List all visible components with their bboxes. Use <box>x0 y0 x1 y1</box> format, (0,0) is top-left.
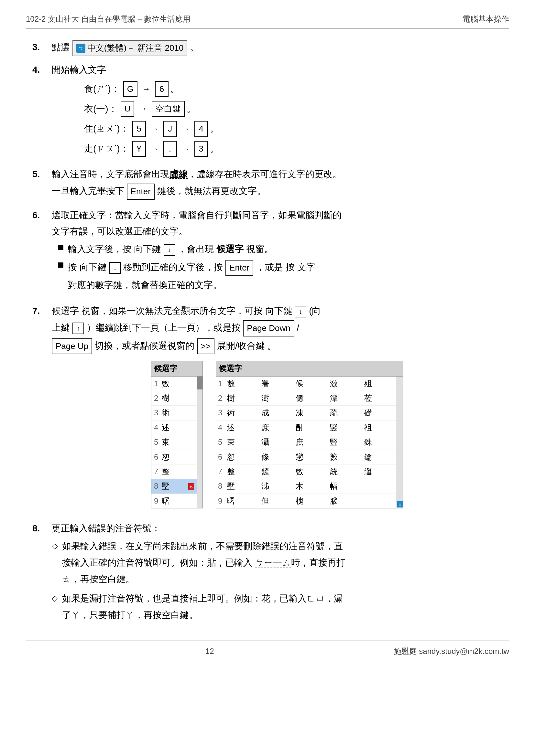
d1-line3: ㄊ，再按空白鍵。 <box>62 572 503 587</box>
cw-row-6: 6恕 <box>152 450 197 465</box>
step-6-line1: 選取正確文字：當輸入文字時，電腦會自行判斷同音字，如果電腦判斷的 <box>52 208 503 223</box>
step-4-text: 開始輸入文字 <box>52 65 106 75</box>
step-5-line1: 輸入注音時，文字底部會出現虛線，虛線存在時表示可進行文字的更改。 <box>52 167 503 182</box>
s7-t4: ）繼續跳到下一頁（上一頁），或是按 <box>87 323 243 333</box>
step-7-line3: Page Up 切換，或者點候選視窗的 >> 展開/收合鍵 。 <box>52 338 503 355</box>
cw-row-4: 4述 <box>152 420 197 435</box>
example-zou-label: 走(ㄗㄡˊ)： <box>84 142 129 156</box>
cw-row-9: 9曙 <box>152 494 197 508</box>
d1-zhuyin: ㄅㄧ一ㄙ <box>255 557 291 568</box>
example-shi-label: 食(ㄕˊ)： <box>84 82 120 96</box>
s7-t3: 上鍵 <box>52 323 72 333</box>
key-pagedown: Page Down <box>243 320 294 337</box>
diamond-2-content: 如果是漏打注音符號，也是直接補上即可。例如：花，已輸入ㄈㄩ，漏 了ㄚ，只要補打ㄚ… <box>62 591 503 624</box>
step-6-line2: 文字有誤，可以改選正確的文字。 <box>52 224 503 239</box>
arrow-4: → <box>182 122 190 136</box>
period-1: 。 <box>170 82 180 96</box>
key-space: 空白鍵 <box>152 101 185 117</box>
wr-6: 6恕條戀籔鑰 <box>216 450 397 465</box>
bullet-icon-1 <box>58 245 63 250</box>
step-6: 6. 選取正確文字：當輸入文字時，電腦會自行判斷同音字，如果電腦判斷的 文字有誤… <box>32 208 503 298</box>
cw-right-list: 1數署候激殂 2樹澍傯潭莅 3術成凍疏礎 4述庶酎竪祖 5束灄庶豎銖 6恕條戀籔… <box>216 377 397 508</box>
example-yi-keys: U → 空白鍵 。 <box>121 101 196 117</box>
example-yi: 衣(一)： U → 空白鍵 。 <box>84 101 503 117</box>
diamond-icon-1: ◇ <box>52 540 58 552</box>
arrow-2: → <box>139 102 147 116</box>
key-g: G <box>123 81 137 97</box>
cw-right-header: 候選字 <box>216 361 403 376</box>
prev-btn-right[interactable]: « <box>397 501 403 507</box>
step-5-content: 輸入注音時，文字底部會出現虛線，虛線存在時表示可進行文字的更改。 一旦輸入完畢按… <box>52 167 503 202</box>
candidate-section: 候選字 1數 2樹 3術 4述 5束 6恕 7整 8墅» 9曙 <box>52 361 503 508</box>
arrow-6: → <box>182 142 190 156</box>
page-header: 102-2 文山社大 自由自在學電腦 – 數位生活應用 電腦基本操作 <box>26 13 509 28</box>
example-shi-keys: G → 6 。 <box>123 81 180 97</box>
bullet-icon-2 <box>58 262 63 268</box>
step-3-text-pre: 點選 <box>52 43 72 53</box>
key-6: 6 <box>155 81 169 97</box>
example-zhu: 住(ㄓㄨˋ)： 5 → J → 4 。 <box>84 121 503 137</box>
key-enter-5: Enter <box>127 184 155 200</box>
cw-row-7: 7整 <box>152 465 197 479</box>
key-dot: . <box>163 141 177 157</box>
step-7: 7. 候選字 視窗，如果一次無法完全顯示所有文字，可按 向下鍵 ↓ (向 上鍵 … <box>32 304 503 515</box>
page-number: 12 <box>26 645 394 658</box>
candidate-window-right: 候選字 1數署候激殂 2樹澍傯潭莅 3術成凍疏礎 4述庶酎竪祖 5束灄庶豎銖 6… <box>216 361 403 508</box>
key-enter-6: Enter <box>225 260 253 276</box>
step-8-text: 更正輸入錯誤的注音符號： <box>52 521 503 536</box>
example-zhu-label: 住(ㄓㄨˋ)： <box>84 122 129 136</box>
s7-t2: (向 <box>309 306 321 316</box>
period-2: 。 <box>187 102 196 116</box>
example-shi: 食(ㄕˊ)： G → 6 。 <box>84 81 503 97</box>
diamond-1-content: 如果輸入錯誤，在文字尚未跳出來前，不需要刪除錯誤的注音符號，直 接輸入正確的注音… <box>62 539 503 588</box>
d2-line2: 了ㄚ，只要補打ㄚ，再按空白鍵。 <box>62 608 503 623</box>
example-yi-label: 衣(一)： <box>84 102 117 116</box>
ime-selector[interactable]: ㄅ 中文(繁體)－ 新注音 2010 <box>72 40 187 56</box>
ime-icon: ㄅ <box>76 44 85 53</box>
key-4: 4 <box>194 121 208 137</box>
cw-left-list: 1數 2樹 3術 4述 5束 6恕 7整 8墅» 9曙 <box>152 377 197 508</box>
key-3: 3 <box>194 141 208 157</box>
step-5-text4: 鍵後，就無法再更改文字。 <box>157 186 266 196</box>
step-6-content: 選取正確文字：當輸入文字時，電腦會自行判斷同音字，如果電腦判斷的 文字有誤，可以… <box>52 208 503 298</box>
cw-row-3: 3術 <box>152 406 197 420</box>
s7-t1: 候選字 視窗，如果一次無法完全顯示所有文字，可按 向下鍵 <box>52 306 295 316</box>
d1-line1: 如果輸入錯誤，在文字尚未跳出來前，不需要刪除錯誤的注音符號，直 <box>62 539 503 554</box>
key-5: 5 <box>132 121 146 137</box>
bullet-6-1: 輸入文字後，按 向下鍵 ↓ ，會出現 候選字 視窗。 <box>52 242 503 256</box>
footer-right: 施慰庭 sandy.study@m2k.com.tw <box>394 645 509 658</box>
step-3-number: 3. <box>32 40 52 55</box>
example-zou: 走(ㄗㄡˊ)： Y → . → 3 。 <box>84 141 503 157</box>
wr-8: 8墅泲木幅 <box>216 479 397 494</box>
d1-line2: 接輸入正確的注音符號即可。例如：貼，已輸入 ㄅㄧ一ㄙ時，直接再打 <box>62 555 503 570</box>
diamond-2: ◇ 如果是漏打注音符號，也是直接補上即可。例如：花，已輸入ㄈㄩ，漏 了ㄚ，只要補… <box>52 591 503 624</box>
step-3-content: 點選 ㄅ 中文(繁體)－ 新注音 2010 。 <box>52 40 503 56</box>
cw-left-scrollbar[interactable] <box>197 377 203 508</box>
input-examples: 食(ㄕˊ)： G → 6 。 衣(一)： U → 空白鍵 。 <box>52 81 503 157</box>
step-8-content: 更正輸入錯誤的注音符號： ◇ 如果輸入錯誤，在文字尚未跳出來前，不需要刪除錯誤的… <box>52 521 503 628</box>
step-7-line1: 候選字 視窗，如果一次無法完全顯示所有文字，可按 向下鍵 ↓ (向 <box>52 304 503 318</box>
wr-5: 5束灄庶豎銖 <box>216 435 397 449</box>
wr-2: 2樹澍傯潭莅 <box>216 391 397 406</box>
wr-4: 4述庶酎竪祖 <box>216 420 397 435</box>
step-5: 5. 輸入注音時，文字底部會出現虛線，虛線存在時表示可進行文字的更改。 一旦輸入… <box>32 167 503 202</box>
step-5-text1: 輸入注音時，文字底部會出現 <box>52 169 169 179</box>
b2-text1: 按 向下鍵 <box>68 262 109 272</box>
bullet-6-2-content: 按 向下鍵 ↓ 移動到正確的文字後，按 Enter ，或是 按 文字 對應的數字… <box>68 260 503 294</box>
key-j: J <box>163 121 177 137</box>
step-5-number: 5. <box>32 167 52 182</box>
step-3: 3. 點選 ㄅ 中文(繁體)－ 新注音 2010 。 <box>32 40 503 56</box>
arrow-1: → <box>142 82 151 96</box>
step-8-number: 8. <box>32 521 52 536</box>
cw-row-8: 8墅» <box>152 479 197 494</box>
cw-right-scrollbar[interactable]: « <box>397 377 403 508</box>
key-expand: >> <box>197 338 214 355</box>
s7-t7: 展開/收合鍵 。 <box>217 341 276 351</box>
key-y: Y <box>132 141 146 157</box>
d1-text3: 時，直接再打 <box>291 557 346 568</box>
b2-down-key: ↓ <box>109 262 121 274</box>
b1-text3: 視窗。 <box>243 244 273 254</box>
bullet-6-2: 按 向下鍵 ↓ 移動到正確的文字後，按 Enter ，或是 按 文字 對應的數字… <box>52 260 503 294</box>
next-btn-left[interactable]: » <box>188 480 194 492</box>
cw-left-body: 1數 2樹 3術 4述 5束 6恕 7整 8墅» 9曙 <box>152 377 203 508</box>
